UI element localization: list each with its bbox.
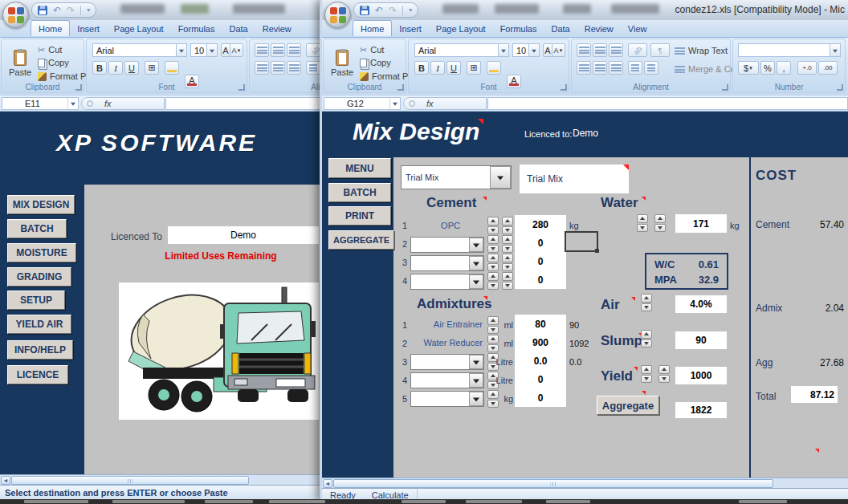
align-top-button[interactable] bbox=[255, 43, 269, 57]
align-left-button[interactable] bbox=[577, 61, 591, 75]
tab-home[interactable]: Home bbox=[31, 20, 70, 36]
align-middle-button[interactable] bbox=[271, 43, 285, 57]
clipboard-dialog-launcher[interactable] bbox=[398, 84, 404, 91]
save-icon[interactable] bbox=[38, 6, 47, 15]
font-name-combo[interactable]: Arial bbox=[414, 43, 509, 57]
increase-decimal-button[interactable]: +.0 bbox=[797, 61, 817, 75]
tab-data[interactable]: Data bbox=[222, 21, 255, 36]
dropdown-arrow-icon[interactable] bbox=[528, 44, 539, 56]
aggregate-button[interactable]: Aggregate bbox=[597, 396, 659, 415]
align-right-button[interactable] bbox=[609, 61, 623, 75]
number-format-combo[interactable] bbox=[738, 43, 841, 57]
air-spinner[interactable] bbox=[641, 294, 652, 311]
font-size-combo[interactable]: 10 bbox=[190, 43, 218, 57]
copy-button[interactable]: Copy bbox=[38, 58, 69, 67]
yield-spinner-a[interactable] bbox=[641, 365, 652, 383]
cement-4-dropdown[interactable] bbox=[410, 274, 484, 290]
nav-licence-button[interactable]: LICENCE bbox=[7, 365, 68, 384]
left-horizontal-scrollbar[interactable]: ◄ bbox=[0, 474, 321, 485]
copy-button[interactable]: Copy bbox=[360, 58, 391, 67]
dropdown-arrow-icon[interactable] bbox=[67, 98, 78, 109]
fill-color-button[interactable] bbox=[487, 61, 501, 75]
text-direction-button[interactable]: ¶ bbox=[650, 43, 670, 57]
cement-4-spinner-a[interactable] bbox=[487, 272, 499, 290]
cement-1-spinner-b[interactable] bbox=[502, 217, 513, 234]
decrease-indent-button[interactable] bbox=[628, 61, 642, 75]
align-top-button[interactable] bbox=[577, 43, 591, 57]
insert-function-area[interactable]: fx bbox=[81, 97, 165, 110]
yield-value[interactable]: 1000 bbox=[675, 367, 727, 384]
font-dialog-launcher[interactable] bbox=[238, 84, 245, 91]
right-titlebar[interactable]: ↶ ↷ ▾ condez12.xls [Compatibility Mode] … bbox=[322, 0, 848, 20]
redo-icon[interactable]: ↷ bbox=[67, 6, 75, 15]
nav-batch-button[interactable]: BATCH bbox=[7, 219, 67, 238]
tab-data[interactable]: Data bbox=[544, 21, 577, 36]
admixture-5-dropdown[interactable] bbox=[410, 391, 484, 407]
formula-input[interactable] bbox=[165, 97, 321, 110]
water-value[interactable]: 171 bbox=[675, 214, 727, 233]
scroll-left-arrow[interactable]: ◄ bbox=[1, 476, 10, 485]
alignment-dialog-launcher[interactable] bbox=[722, 84, 728, 91]
shrink-font-button[interactable]: A▼ bbox=[552, 43, 565, 57]
air-value[interactable]: 4.0% bbox=[675, 295, 727, 313]
cement-4-spinner-b[interactable] bbox=[502, 272, 513, 290]
cut-button[interactable]: ✂Cut bbox=[38, 45, 62, 55]
mix-type-dropdown[interactable]: Trial Mix bbox=[401, 165, 512, 189]
tab-home[interactable]: Home bbox=[353, 20, 392, 36]
italic-button[interactable]: I bbox=[430, 61, 445, 75]
water-spinner-a[interactable] bbox=[637, 214, 648, 232]
paste-button[interactable]: Paste bbox=[6, 43, 34, 84]
bold-button[interactable]: B bbox=[92, 61, 107, 75]
align-center-button[interactable] bbox=[271, 61, 285, 75]
clipboard-dialog-launcher[interactable] bbox=[75, 84, 82, 91]
admixture-values-column[interactable]: 80 900 0.0 0 0 bbox=[515, 315, 566, 407]
bold-button[interactable]: B bbox=[414, 61, 429, 75]
decrease-decimal-button[interactable]: .00 bbox=[818, 61, 838, 75]
align-middle-button[interactable] bbox=[593, 43, 607, 57]
increase-indent-button[interactable] bbox=[644, 61, 658, 75]
admixture-4-value[interactable]: 0 bbox=[515, 370, 566, 388]
dropdown-arrow-icon[interactable] bbox=[389, 98, 400, 109]
cement-1-value[interactable]: 280 bbox=[515, 215, 566, 234]
admixture-2-value[interactable]: 900 bbox=[515, 333, 566, 352]
name-box[interactable]: E11 bbox=[2, 97, 79, 110]
redo-icon[interactable]: ↷ bbox=[389, 6, 397, 15]
percent-format-button[interactable]: % bbox=[760, 61, 775, 75]
menu-button[interactable]: MENU bbox=[328, 158, 391, 178]
cement-3-spinner-b[interactable] bbox=[502, 254, 513, 271]
batch-button[interactable]: BATCH bbox=[328, 183, 391, 202]
tab-page-layout[interactable]: Page Layout bbox=[107, 21, 171, 36]
admixture-3-value[interactable]: 0.0 bbox=[515, 352, 566, 370]
dropdown-arrow-icon[interactable] bbox=[490, 166, 511, 189]
font-size-combo[interactable]: 10 bbox=[512, 43, 540, 57]
customize-qat-icon[interactable]: ▾ bbox=[409, 6, 412, 15]
admixture-3-dropdown[interactable] bbox=[410, 354, 484, 370]
dropdown-arrow-icon[interactable] bbox=[469, 373, 483, 388]
tab-formulas[interactable]: Formulas bbox=[493, 21, 544, 36]
nav-yield-air-button[interactable]: YIELD AIR bbox=[7, 315, 71, 334]
dropdown-arrow-icon[interactable] bbox=[469, 238, 483, 252]
dropdown-arrow-icon[interactable] bbox=[830, 44, 840, 56]
print-button[interactable]: PRINT bbox=[328, 206, 391, 226]
dropdown-arrow-icon[interactable] bbox=[469, 355, 483, 369]
cement-2-dropdown[interactable] bbox=[410, 237, 484, 253]
nav-grading-button[interactable]: GRADING bbox=[7, 267, 71, 287]
dropdown-arrow-icon[interactable] bbox=[469, 256, 483, 270]
underline-button[interactable]: U bbox=[124, 61, 139, 75]
fill-color-button[interactable] bbox=[165, 61, 179, 75]
orientation-button[interactable]: ab bbox=[628, 43, 647, 57]
tab-insert[interactable]: Insert bbox=[70, 21, 107, 36]
borders-button[interactable]: ⊞ bbox=[467, 61, 481, 75]
cement-2-spinner-a[interactable] bbox=[487, 235, 499, 253]
formula-input[interactable] bbox=[487, 97, 848, 110]
nav-moisture-button[interactable]: MOISTURE bbox=[7, 243, 76, 262]
dropdown-arrow-icon[interactable] bbox=[469, 392, 483, 406]
cement-3-value[interactable]: 0 bbox=[515, 252, 566, 270]
save-icon[interactable] bbox=[360, 6, 369, 15]
cement-2-value[interactable]: 0 bbox=[515, 234, 566, 252]
align-bottom-button[interactable] bbox=[287, 43, 301, 57]
mix-name-field[interactable]: Trial Mix bbox=[520, 165, 629, 193]
cement-2-spinner-b[interactable] bbox=[502, 235, 513, 253]
scrollbar-thumb[interactable] bbox=[333, 479, 773, 488]
tab-review[interactable]: Review bbox=[577, 21, 621, 36]
